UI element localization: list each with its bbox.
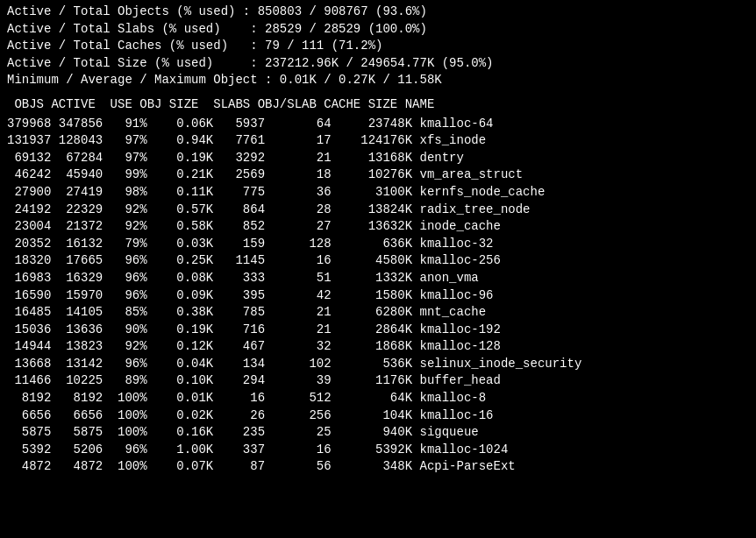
table-row: 20352 16132 79% 0.03K 159 128 636K kmall… xyxy=(7,236,749,253)
table-row: 18320 17665 96% 0.25K 1145 16 4580K kmal… xyxy=(7,252,749,270)
table-row: 379968 347856 91% 0.06K 5937 64 23748K k… xyxy=(7,116,749,133)
table-row: 46242 45940 99% 0.21K 2569 18 10276K vm_… xyxy=(7,166,749,184)
table-row: 8192 8192 100% 0.01K 16 512 64K kmalloc-… xyxy=(7,390,749,407)
table-row: 13668 13142 96% 0.04K 134 102 536K selin… xyxy=(7,356,749,373)
table-row: 27900 27419 98% 0.11K 775 36 3100K kernf… xyxy=(7,184,749,202)
table-row: 6656 6656 100% 0.02K 26 256 104K kmalloc… xyxy=(7,407,749,425)
table-row: 11466 10225 89% 0.10K 294 39 1176K buffe… xyxy=(7,372,749,390)
stat-line-4: Minimum / Average / Maximum Object : 0.0… xyxy=(7,72,749,89)
stat-line-2: Active / Total Caches (% used) : 79 / 11… xyxy=(7,38,749,55)
table-row: 5392 5206 96% 1.00K 337 16 5392K kmalloc… xyxy=(7,442,749,459)
stats-section: Active / Total Objects (% used) : 850803… xyxy=(7,4,749,89)
table-row: 16485 14105 85% 0.38K 785 21 6280K mnt_c… xyxy=(7,304,749,322)
table-row: 23004 21372 92% 0.58K 852 27 13632K inod… xyxy=(7,218,749,236)
table-row: 14944 13823 92% 0.12K 467 32 1868K kmall… xyxy=(7,338,749,356)
table-row: 5875 5875 100% 0.16K 235 25 940K sigqueu… xyxy=(7,424,749,442)
stat-line-0: Active / Total Objects (% used) : 850803… xyxy=(7,4,749,21)
stat-line-3: Active / Total Size (% used) : 237212.96… xyxy=(7,55,749,73)
table-row: 15036 13636 90% 0.19K 716 21 2864K kmall… xyxy=(7,322,749,339)
table-header: OBJS ACTIVE USE OBJ SIZE SLABS OBJ/SLAB … xyxy=(7,96,749,114)
table-row: 4872 4872 100% 0.07K 87 56 348K Acpi-Par… xyxy=(7,458,749,476)
table-row: 69132 67284 97% 0.19K 3292 21 13168K den… xyxy=(7,150,749,167)
table-row: 24192 22329 92% 0.57K 864 28 13824K radi… xyxy=(7,202,749,219)
table-rows-container: 379968 347856 91% 0.06K 5937 64 23748K k… xyxy=(7,116,749,476)
table-row: 16590 15970 96% 0.09K 395 42 1580K kmall… xyxy=(7,287,749,305)
table-section: OBJS ACTIVE USE OBJ SIZE SLABS OBJ/SLAB … xyxy=(7,96,749,476)
stat-line-1: Active / Total Slabs (% used) : 28529 / … xyxy=(7,21,749,39)
table-row: 131937 128043 97% 0.94K 7761 17 124176K … xyxy=(7,132,749,150)
table-row: 16983 16329 96% 0.08K 333 51 1332K anon_… xyxy=(7,270,749,287)
